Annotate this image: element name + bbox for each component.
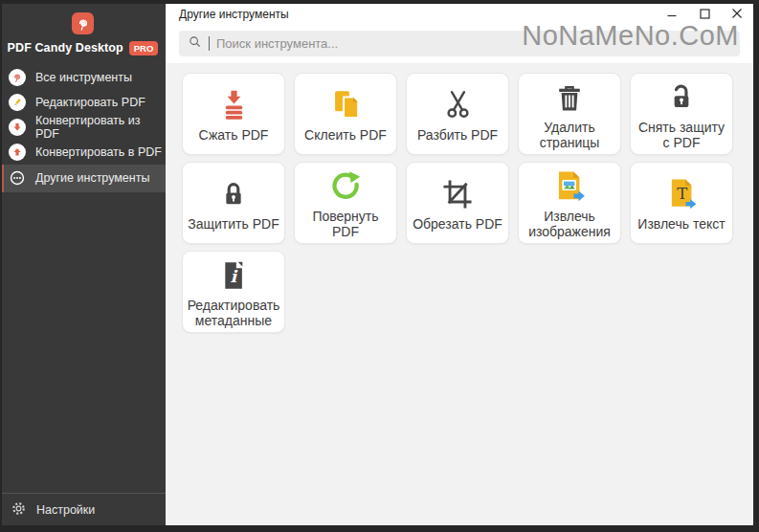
minimize-button[interactable] bbox=[656, 4, 688, 25]
tool-card-compress-pdf[interactable]: Сжать PDF bbox=[182, 73, 285, 155]
tool-label: Склеить PDF bbox=[301, 127, 390, 143]
sidebar-item-all-tools[interactable]: Все инструменты bbox=[0, 65, 166, 90]
extract-text-icon: T bbox=[663, 174, 700, 214]
text-caret bbox=[209, 36, 210, 51]
tool-label: Разбить PDF bbox=[414, 127, 501, 143]
sidebar-item-label: Конвертировать в PDF bbox=[35, 145, 162, 159]
candy-swirl-icon bbox=[9, 69, 26, 86]
scissors-icon bbox=[440, 85, 476, 125]
svg-text:T: T bbox=[677, 185, 687, 203]
settings-button[interactable]: Настройки bbox=[0, 494, 166, 525]
ellipsis-icon bbox=[9, 169, 26, 187]
lock-icon bbox=[216, 174, 251, 214]
app-window: PDF Candy Desktop PRO Все инструментыРед… bbox=[0, 0, 759, 532]
maximize-button[interactable] bbox=[688, 4, 721, 25]
tool-label: Извлечь текст bbox=[635, 216, 727, 232]
trash-icon bbox=[552, 78, 587, 118]
logo-block: PDF Candy Desktop PRO bbox=[0, 4, 166, 55]
tool-label: Сжать PDF bbox=[196, 127, 272, 143]
sidebar-menu: Все инструментыРедактировать PDFКонверти… bbox=[0, 65, 166, 192]
close-button[interactable] bbox=[721, 4, 753, 25]
main-area: Другие инструменты bbox=[166, 4, 753, 525]
tool-card-extract-images[interactable]: Извлечь изображения bbox=[518, 162, 621, 244]
sidebar-item-label: Все инструменты bbox=[35, 71, 132, 84]
edit-pencil-icon bbox=[9, 94, 26, 111]
tool-card-crop-pdf[interactable]: Обрезать PDF bbox=[406, 162, 509, 244]
edit-metadata-icon: i bbox=[216, 255, 251, 296]
app-logo-candy-icon bbox=[72, 12, 94, 34]
tool-label: Обрезать PDF bbox=[410, 216, 505, 232]
sidebar-item-label: Редактировать PDF bbox=[35, 96, 145, 109]
tool-card-delete-pages[interactable]: Удалить страницы bbox=[518, 73, 621, 155]
search-section bbox=[166, 25, 753, 63]
content-area: Сжать PDFСклеить PDFРазбить PDFУдалить с… bbox=[166, 63, 753, 333]
tool-label: Защитить PDF bbox=[185, 216, 281, 232]
search-icon bbox=[188, 34, 202, 53]
sidebar-bottom: Настройки bbox=[0, 493, 166, 525]
gear-icon bbox=[11, 500, 27, 520]
tool-card-split-pdf[interactable]: Разбить PDF bbox=[406, 73, 509, 155]
sidebar-item-label: Конвертировать из PDF bbox=[35, 114, 166, 141]
tool-label: Повернуть PDF bbox=[295, 209, 396, 239]
search-input[interactable] bbox=[216, 36, 731, 51]
app-name: PDF Candy Desktop bbox=[8, 41, 123, 55]
tool-card-protect-pdf[interactable]: Защитить PDF bbox=[182, 162, 285, 244]
search-bar[interactable] bbox=[179, 31, 740, 56]
unlock-icon bbox=[664, 78, 699, 118]
compress-icon bbox=[216, 85, 252, 125]
arrow-up-icon bbox=[9, 144, 26, 161]
window-controls bbox=[656, 4, 753, 25]
sidebar-item-edit-pdf[interactable]: Редактировать PDF bbox=[0, 90, 166, 115]
extract-images-icon bbox=[551, 166, 588, 207]
maximize-icon bbox=[700, 8, 710, 22]
window-frame-left bbox=[0, 0, 2, 532]
sidebar-item-other-tools[interactable]: Другие инструменты bbox=[0, 165, 166, 192]
tool-label: Извлечь изображения bbox=[519, 209, 620, 239]
sidebar-item-label: Другие инструменты bbox=[35, 171, 149, 185]
close-icon bbox=[731, 8, 743, 22]
tool-label: Удалить страницы bbox=[519, 120, 620, 150]
sidebar-item-convert-from-pdf[interactable]: Конвертировать из PDF bbox=[0, 115, 166, 140]
sidebar-item-convert-to-pdf[interactable]: Конвертировать в PDF bbox=[0, 140, 166, 165]
tool-label: Редактировать метаданные bbox=[183, 298, 284, 328]
page-title: Другие инструменты bbox=[179, 8, 289, 21]
sidebar: PDF Candy Desktop PRO Все инструментыРед… bbox=[0, 4, 166, 525]
tool-card-merge-pdf[interactable]: Склеить PDF bbox=[294, 73, 397, 155]
merge-pages-icon bbox=[328, 85, 364, 125]
settings-label: Настройки bbox=[36, 503, 95, 517]
titlebar: Другие инструменты bbox=[166, 4, 753, 25]
crop-icon bbox=[440, 174, 475, 214]
window-frame-right bbox=[753, 0, 759, 532]
tool-card-edit-metadata[interactable]: iРедактировать метаданные bbox=[182, 251, 285, 333]
tool-card-extract-text[interactable]: TИзвлечь текст bbox=[630, 162, 733, 244]
tool-card-rotate-pdf[interactable]: Повернуть PDF bbox=[294, 162, 397, 244]
arrow-down-icon bbox=[9, 119, 26, 136]
tool-label: Снять защиту с PDF bbox=[631, 120, 732, 150]
window-frame-top bbox=[0, 0, 759, 4]
pro-badge: PRO bbox=[129, 41, 159, 55]
tool-card-unlock-pdf[interactable]: Снять защиту с PDF bbox=[630, 73, 733, 155]
rotate-icon bbox=[327, 166, 364, 207]
tools-grid: Сжать PDFСклеить PDFРазбить PDFУдалить с… bbox=[182, 73, 753, 333]
minimize-icon bbox=[667, 8, 678, 22]
window-frame-bottom bbox=[0, 525, 759, 532]
